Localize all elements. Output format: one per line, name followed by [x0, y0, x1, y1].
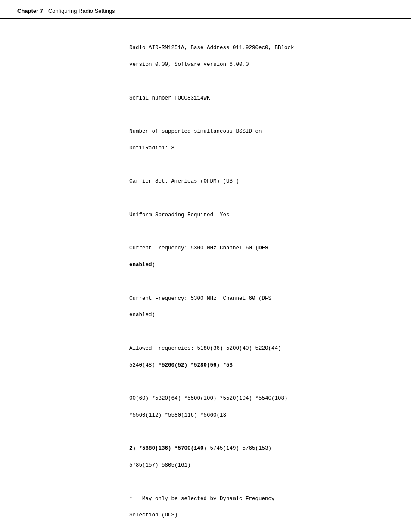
code-line-2: version 0.00, Software version 6.00.0: [129, 62, 249, 68]
code-section: Radio AIR-RM1251A, Base Address 011.9290…: [103, 36, 394, 532]
code-line-17: 5785(157) 5805(161): [129, 462, 191, 468]
chapter-label: Chapter 7: [17, 8, 43, 14]
code-line-19: Selection (DFS): [129, 512, 178, 518]
code-line-12: Allowed Frequencies: 5180(36) 5200(40) 5…: [129, 345, 281, 352]
code-line-7: Uniform Spreading Required: Yes: [129, 212, 230, 218]
code-line-5: Dot11Radio1: 8: [129, 145, 174, 151]
code-line-18: * = May only be selected by Dynamic Freq…: [129, 496, 275, 502]
code-line-8: Current Frequency: 5300 MHz Channel 60 (…: [129, 245, 268, 251]
content-area: Radio AIR-RM1251A, Base Address 011.9290…: [0, 19, 411, 532]
code-line-4: Number of supported simultaneous BSSID o…: [129, 128, 262, 134]
code-line-6: Carrier Set: Americas (OFDM) (US ): [129, 178, 239, 184]
code-block: Radio AIR-RM1251A, Base Address 011.9290…: [103, 36, 394, 532]
code-line-3: Serial number FOCO83114WK: [129, 95, 210, 101]
code-line-11: enabled): [129, 312, 155, 318]
code-line-14: 00(60) *5320(64) *5500(100) *5520(104) *…: [129, 395, 288, 401]
page-container: Chapter 7 Configuring Radio Settings Rad…: [0, 0, 411, 532]
code-line-16: 2) *5680(136) *5700(140) 5745(149) 5765(…: [129, 445, 271, 451]
chapter-subtitle: Configuring Radio Settings: [48, 8, 115, 14]
page-header: Chapter 7 Configuring Radio Settings: [0, 0, 411, 19]
code-line-9: enabled): [129, 262, 155, 268]
code-line-13: 5240(48) *5260(52) *5280(56) *53: [129, 362, 233, 368]
code-line-10: Current Frequency: 5300 MHz Channel 60 (…: [129, 296, 271, 302]
code-line-1: Radio AIR-RM1251A, Base Address 011.9290…: [129, 45, 294, 51]
code-line-15: *5560(112) *5580(116) *5660(13: [129, 412, 226, 418]
